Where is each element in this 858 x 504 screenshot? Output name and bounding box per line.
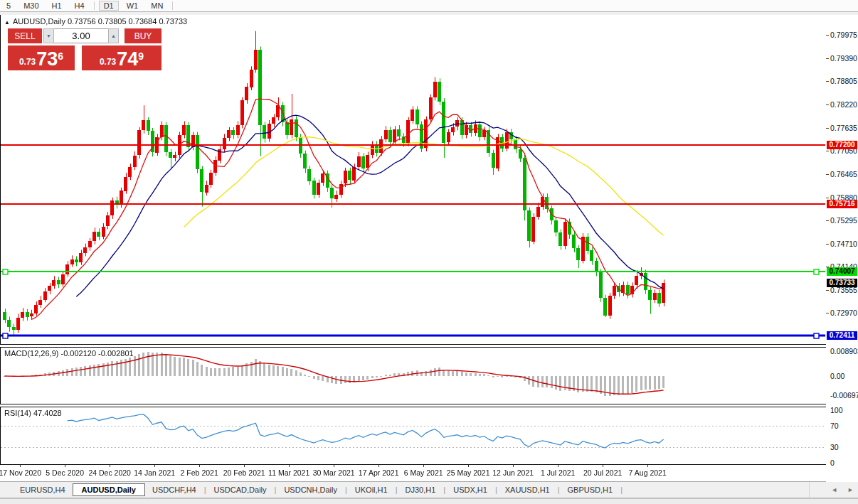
one-click-trade-panel: SELL ▼ ▲ BUY 0.73 73 6 0.73 74 9 bbox=[8, 28, 161, 70]
tab-scroll-right-icon[interactable]: ► bbox=[847, 486, 854, 493]
toolbar-separator bbox=[94, 1, 95, 10]
price-level-badge: 0.74007 bbox=[827, 267, 857, 276]
date-tick-dash bbox=[199, 465, 200, 467]
rsi-panel: RSI(14) 47.4028 bbox=[0, 407, 827, 464]
price-tick-dash bbox=[826, 220, 829, 221]
timeframe-button-d1[interactable]: D1 bbox=[99, 1, 119, 11]
timeframe-button-h1[interactable]: H1 bbox=[47, 1, 67, 11]
tab-scroll-arrows: ◄► bbox=[809, 482, 854, 498]
chart-symbol-label: AUDUSD,Daily bbox=[13, 17, 65, 26]
chart-tab-bar: EURUSD,H4AUDUSD,DailyUSDCHF,H4|USDCAD,Da… bbox=[0, 482, 858, 498]
date-tick-dash bbox=[65, 465, 65, 467]
rsi-axis-label: 70 bbox=[830, 422, 839, 430]
timeframe-button-mn[interactable]: MN bbox=[146, 1, 168, 11]
tab-xauusd[interactable]: XAUUSD,H1 bbox=[498, 483, 557, 496]
tab-usdx[interactable]: USDX,H1 bbox=[446, 483, 494, 496]
date-tick-dash bbox=[468, 465, 469, 467]
sell-price-pip: 6 bbox=[58, 50, 63, 62]
price-tick-dash bbox=[826, 244, 829, 245]
tab-audusd[interactable]: AUDUSD,Daily bbox=[73, 483, 145, 496]
date-tick-dash bbox=[423, 465, 424, 467]
date-tick-dash bbox=[558, 465, 558, 467]
buy-price-tile[interactable]: 0.73 74 9 bbox=[82, 45, 161, 70]
tab-dj30[interactable]: DJ30,H1 bbox=[398, 483, 443, 496]
buy-button[interactable]: BUY bbox=[125, 28, 161, 43]
price-tick-label: 0.74710 bbox=[830, 240, 857, 248]
price-level-badge: 0.73733 bbox=[827, 279, 857, 287]
sell-button[interactable]: SELL bbox=[8, 28, 42, 43]
tab-scroll-left-icon[interactable]: ◄ bbox=[831, 486, 837, 493]
price-tick-label: 0.78805 bbox=[830, 77, 857, 85]
macd-axis-label: -0.00697 bbox=[830, 391, 858, 400]
macd-label: MACD(12,26,9) -0.002120 -0.002801 bbox=[4, 349, 134, 358]
tab-separator: | bbox=[558, 486, 560, 494]
sell-price-big: 73 bbox=[36, 50, 58, 69]
date-tick-dash bbox=[603, 465, 603, 467]
rsi-axis-label: 0 bbox=[830, 459, 835, 467]
sell-price-prefix: 0.73 bbox=[19, 57, 36, 67]
price-tick-label: 0.79975 bbox=[830, 31, 857, 39]
rsi-axis-label: 100 bbox=[830, 406, 843, 414]
macd-panel: MACD(12,26,9) -0.002120 -0.002801 bbox=[0, 348, 827, 404]
price-level-badge: 0.72411 bbox=[827, 331, 857, 340]
date-tick-dash bbox=[289, 465, 290, 467]
date-tick-dash bbox=[244, 465, 245, 467]
trading-terminal-window: 5M30H1H4D1W1MN ▲AUDUSD,Daily 0.73756 0.7… bbox=[0, 0, 858, 504]
buy-price-big: 74 bbox=[117, 50, 138, 69]
price-tick-label: 0.78220 bbox=[830, 100, 857, 109]
tab-separator: | bbox=[345, 486, 347, 494]
tab-usdcad[interactable]: USDCAD,Daily bbox=[207, 483, 274, 496]
date-tick-dash bbox=[378, 465, 379, 467]
timeframe-button-m30[interactable]: M30 bbox=[18, 1, 43, 11]
macd-axis-label: 0.008903 bbox=[830, 347, 858, 355]
volume-box bbox=[54, 28, 108, 43]
rsi-axis-label: 30 bbox=[830, 443, 839, 451]
timeframe-button-w1[interactable]: W1 bbox=[122, 1, 144, 11]
price-tick-dash bbox=[826, 128, 829, 129]
collapse-triangle-icon[interactable]: ▲ bbox=[4, 19, 10, 26]
price-axis[interactable]: 0.799750.793900.788050.782200.776350.770… bbox=[826, 15, 858, 481]
tab-separator: | bbox=[275, 486, 277, 494]
tab-usdchf[interactable]: USDCHF,H4 bbox=[145, 483, 203, 496]
price-tick-dash bbox=[826, 290, 829, 291]
date-tick-label: 7 Aug 2021 bbox=[615, 468, 679, 477]
price-tick-label: 0.75295 bbox=[830, 216, 857, 225]
status-bar bbox=[0, 498, 858, 504]
date-tick-dash bbox=[513, 465, 514, 467]
price-tick-dash bbox=[826, 35, 829, 36]
chart-header: ▲AUDUSD,Daily 0.73756 0.73805 0.73684 0.… bbox=[4, 17, 187, 26]
buy-price-pip: 9 bbox=[138, 50, 144, 62]
sell-price-tile[interactable]: 0.73 73 6 bbox=[8, 45, 75, 70]
timeframe-button-5[interactable]: 5 bbox=[1, 1, 16, 11]
price-tick-dash bbox=[826, 198, 829, 198]
tab-separator: | bbox=[495, 486, 497, 494]
volume-increase-button[interactable]: ▲ bbox=[108, 28, 119, 43]
tab-ukoil[interactable]: UKOil,H1 bbox=[348, 483, 395, 496]
rsi-label: RSI(14) 47.4028 bbox=[4, 409, 62, 417]
price-tick-dash bbox=[826, 81, 829, 82]
date-tick-dash bbox=[110, 465, 110, 467]
down-arrow-icon: ▼ bbox=[46, 33, 51, 38]
tab-usdcnh[interactable]: USDCNH,Daily bbox=[277, 483, 344, 496]
price-tick-dash bbox=[826, 313, 829, 313]
price-level-badge: 0.75716 bbox=[827, 200, 857, 208]
date-tick-dash bbox=[334, 465, 334, 467]
volume-input[interactable] bbox=[54, 29, 108, 43]
date-tick-dash bbox=[647, 465, 648, 467]
price-tick-label: 0.77635 bbox=[830, 124, 857, 132]
tab-separator: | bbox=[204, 486, 206, 494]
price-tick-label: 0.79390 bbox=[830, 54, 857, 63]
price-tick-dash bbox=[826, 104, 829, 105]
tab-eurusd[interactable]: EURUSD,H4 bbox=[13, 483, 73, 496]
buy-price-prefix: 0.73 bbox=[100, 57, 116, 67]
tab-separator: | bbox=[620, 486, 623, 494]
price-tick-dash bbox=[826, 174, 829, 175]
price-tick-dash bbox=[826, 58, 829, 59]
chart-ohlc-values: 0.73756 0.73805 0.73684 0.73733 bbox=[68, 17, 187, 26]
timeframe-button-h4[interactable]: H4 bbox=[70, 1, 90, 11]
tab-gbpusd[interactable]: GBPUSD,H1 bbox=[561, 483, 620, 496]
rsi-canvas[interactable] bbox=[1, 407, 825, 464]
date-axis[interactable]: 17 Nov 20205 Dec 202024 Dec 202014 Jan 2… bbox=[0, 465, 826, 482]
toolbar-separator bbox=[172, 1, 173, 10]
volume-decrease-button[interactable]: ▼ bbox=[43, 28, 54, 43]
